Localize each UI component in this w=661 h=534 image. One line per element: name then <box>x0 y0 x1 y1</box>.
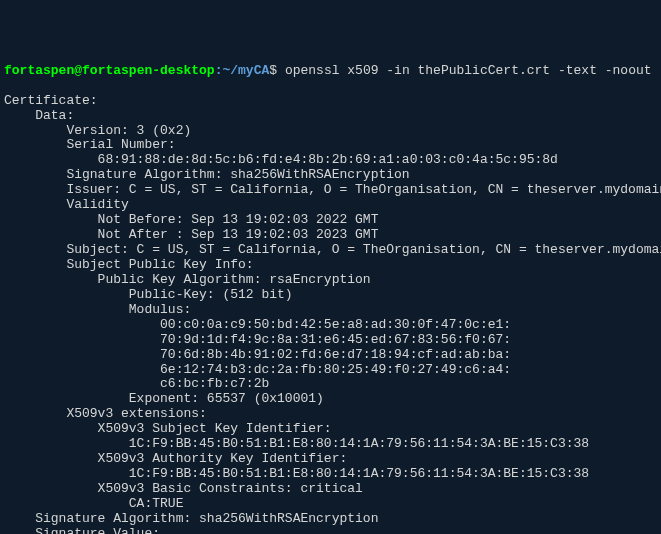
output-line: Subject: C = US, ST = California, O = Th… <box>4 243 657 258</box>
terminal-output: Certificate: Data: Version: 3 (0x2) Seri… <box>4 94 657 534</box>
output-line: Certificate: <box>4 94 657 109</box>
output-line: Signature Value: <box>4 527 657 534</box>
output-line: X509v3 Authority Key Identifier: <box>4 452 657 467</box>
output-line: 70:9d:1d:f4:9c:8a:31:e6:45:ed:67:83:56:f… <box>4 333 657 348</box>
output-line: X509v3 Subject Key Identifier: <box>4 422 657 437</box>
output-line: Not After : Sep 13 19:02:03 2023 GMT <box>4 228 657 243</box>
output-line: 70:6d:8b:4b:91:02:fd:6e:d7:18:94:cf:ad:a… <box>4 348 657 363</box>
output-line: Modulus: <box>4 303 657 318</box>
output-line: Serial Number: <box>4 138 657 153</box>
output-line: c6:bc:fb:c7:2b <box>4 377 657 392</box>
output-line: Validity <box>4 198 657 213</box>
output-line: 1C:F9:BB:45:B0:51:B1:E8:80:14:1A:79:56:1… <box>4 437 657 452</box>
prompt-path: ~/myCA <box>222 63 269 78</box>
output-line: 00:c0:0a:c9:50:bd:42:5e:a8:ad:30:0f:47:0… <box>4 318 657 333</box>
prompt-host: fortaspen-desktop <box>82 63 215 78</box>
output-line: Subject Public Key Info: <box>4 258 657 273</box>
output-line: Public-Key: (512 bit) <box>4 288 657 303</box>
output-line: 68:91:88:de:8d:5c:b6:fd:e4:8b:2b:69:a1:a… <box>4 153 657 168</box>
output-line: 6e:12:74:b3:dc:2a:fb:80:25:49:f0:27:49:c… <box>4 363 657 378</box>
output-line: Issuer: C = US, ST = California, O = The… <box>4 183 657 198</box>
output-line: 1C:F9:BB:45:B0:51:B1:E8:80:14:1A:79:56:1… <box>4 467 657 482</box>
output-line: Not Before: Sep 13 19:02:03 2022 GMT <box>4 213 657 228</box>
output-line: CA:TRUE <box>4 497 657 512</box>
output-line: Signature Algorithm: sha256WithRSAEncryp… <box>4 512 657 527</box>
prompt-dollar: $ <box>269 63 285 78</box>
output-line: Exponent: 65537 (0x10001) <box>4 392 657 407</box>
terminal-prompt-line[interactable]: fortaspen@fortaspen-desktop:~/myCA$ open… <box>4 64 657 79</box>
output-line: Version: 3 (0x2) <box>4 124 657 139</box>
command-text: openssl x509 -in thePublicCert.crt -text… <box>285 63 652 78</box>
prompt-user: fortaspen <box>4 63 74 78</box>
output-line: Signature Algorithm: sha256WithRSAEncryp… <box>4 168 657 183</box>
output-line: X509v3 Basic Constraints: critical <box>4 482 657 497</box>
output-line: X509v3 extensions: <box>4 407 657 422</box>
output-line: Public Key Algorithm: rsaEncryption <box>4 273 657 288</box>
output-line: Data: <box>4 109 657 124</box>
prompt-at: @ <box>74 63 82 78</box>
